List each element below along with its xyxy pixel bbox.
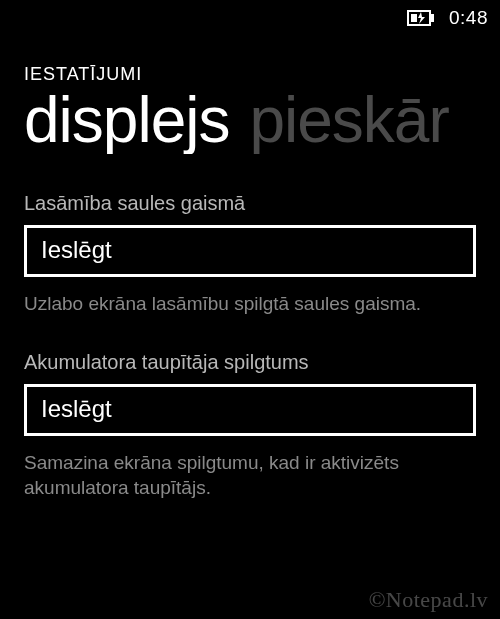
pivot-tabs[interactable]: displejspieskār bbox=[0, 87, 500, 154]
setting-description: Uzlabo ekrāna lasāmību spilgtā saules ga… bbox=[24, 291, 476, 317]
svg-rect-2 bbox=[411, 14, 417, 22]
sunlight-readability-select[interactable]: Ieslēgt bbox=[24, 225, 476, 277]
setting-sunlight-readability: Lasāmība saules gaismā Ieslēgt Uzlabo ek… bbox=[24, 192, 476, 317]
setting-label: Lasāmība saules gaismā bbox=[24, 192, 476, 215]
watermark: ©Notepad.lv bbox=[369, 587, 488, 613]
pivot-tab-display[interactable]: displejs bbox=[24, 87, 229, 154]
setting-description: Samazina ekrāna spilgtumu, kad ir aktivi… bbox=[24, 450, 476, 501]
clock: 0:48 bbox=[449, 7, 488, 29]
svg-rect-1 bbox=[431, 14, 434, 22]
pivot-tab-touch[interactable]: pieskār bbox=[249, 87, 448, 154]
setting-battery-saver-brightness: Akumulatora taupītāja spilgtums Ieslēgt … bbox=[24, 351, 476, 501]
settings-section-title: IESTATĪJUMI bbox=[0, 36, 500, 85]
battery-saver-brightness-select[interactable]: Ieslēgt bbox=[24, 384, 476, 436]
status-bar: 0:48 bbox=[0, 0, 500, 36]
battery-charging-icon bbox=[407, 10, 437, 26]
settings-content: Lasāmība saules gaismā Ieslēgt Uzlabo ek… bbox=[0, 154, 500, 501]
setting-label: Akumulatora taupītāja spilgtums bbox=[24, 351, 476, 374]
